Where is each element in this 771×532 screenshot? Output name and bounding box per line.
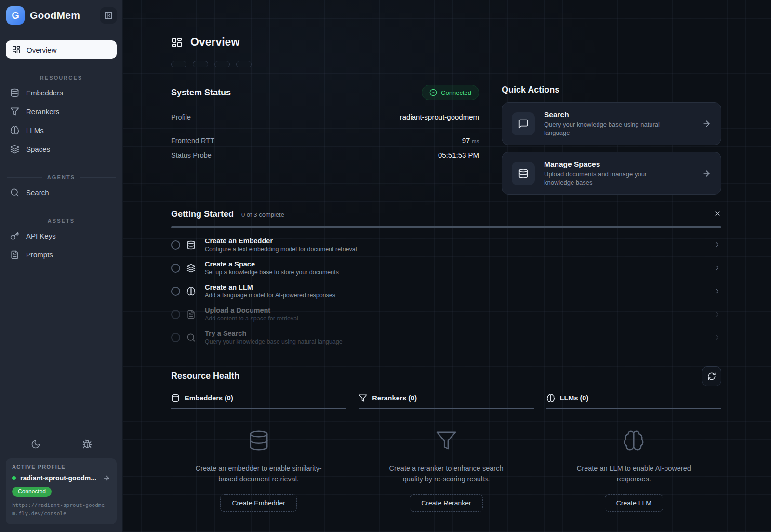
sidebar-item-search[interactable]: Search xyxy=(0,183,122,202)
arrow-right-icon[interactable] xyxy=(103,474,110,482)
anchor-resource-health[interactable] xyxy=(236,61,252,67)
page-title: Overview xyxy=(190,36,239,49)
sidebar-item-embedders[interactable]: Embedders xyxy=(0,83,122,102)
database-icon xyxy=(171,394,180,402)
section-anchors xyxy=(171,61,721,67)
close-getting-started-button[interactable] xyxy=(714,210,721,219)
app-logo: G xyxy=(6,6,25,25)
section-label-resources: RESOURCES xyxy=(0,75,122,80)
close-icon xyxy=(714,210,721,217)
section-label-agents: AGENTS xyxy=(0,174,122,180)
refresh-button[interactable] xyxy=(702,366,721,386)
getting-started-item-create-an-embedder[interactable]: Create an Embedder Configure a text embe… xyxy=(171,233,721,256)
layers-icon xyxy=(186,264,196,273)
debug-button[interactable] xyxy=(82,439,92,449)
section-label-assets: ASSETS xyxy=(0,218,122,224)
sidebar-item-api-keys[interactable]: API Keys xyxy=(0,226,122,245)
getting-started-title: Getting Started xyxy=(171,209,234,219)
resource-column-header: Rerankers (0) xyxy=(359,394,533,409)
database-icon xyxy=(248,429,270,452)
create-llm-button[interactable]: Create LLM xyxy=(605,494,663,512)
anchor-system-status[interactable] xyxy=(171,61,186,67)
layout-dashboard-icon xyxy=(171,37,183,48)
getting-started-item-upload-a-document[interactable]: Upload a Document Add content to a space… xyxy=(171,303,721,326)
active-profile-card[interactable]: ACTIVE PROFILE radiant-sprout-goodm... C… xyxy=(6,458,117,524)
chevron-right-icon xyxy=(713,333,721,342)
step-circle-icon xyxy=(171,240,180,250)
sidebar-collapse-button[interactable] xyxy=(100,7,117,24)
sidebar-item-label: LLMs xyxy=(26,126,44,134)
sidebar-item-label: Embedders xyxy=(26,89,63,97)
page-header: Overview xyxy=(171,36,721,49)
refresh-icon xyxy=(707,372,716,381)
resource-health-grid: Embedders (0) Create an embedder to enab… xyxy=(171,394,721,512)
quick-action-manage-spaces[interactable]: Manage Spaces Upload documents and manag… xyxy=(502,152,721,195)
sidebar-section-resources: RESOURCES Embedders Rerankers LLMs Space… xyxy=(0,59,122,159)
anchor-getting-started[interactable] xyxy=(214,61,230,67)
resource-column-rerankers-0: Rerankers (0) Create a reranker to enhan… xyxy=(359,394,533,512)
resource-health-header: Resource Health xyxy=(171,366,721,386)
profile-name: radiant-sprout-goodm... xyxy=(20,474,98,482)
getting-started-item-create-a-space[interactable]: Create a Space Set up a knowledge base t… xyxy=(171,256,721,279)
layers-icon xyxy=(10,145,19,154)
bug-icon xyxy=(82,439,92,449)
active-profile-row: radiant-sprout-goodm... xyxy=(12,474,110,482)
database-icon xyxy=(518,168,529,179)
status-row-status-probe: Status Probe 05:51:53 PM xyxy=(171,148,479,162)
brain-icon xyxy=(10,126,19,135)
step-circle-icon xyxy=(171,264,180,273)
file-text-icon xyxy=(186,310,196,319)
sidebar-item-prompts[interactable]: Prompts xyxy=(0,245,122,264)
resource-column-header: LLMs (0) xyxy=(546,394,721,409)
connection-status-text: Connected xyxy=(441,89,471,96)
status-row-value: radiant-sprout-goodmem xyxy=(400,113,479,121)
getting-started-item-try-a-search[interactable]: Try a Search Query your knowledge base u… xyxy=(171,326,721,349)
arrow-right-icon xyxy=(702,119,711,129)
sidebar-item-overview[interactable]: Overview xyxy=(6,40,117,59)
chevron-right-icon xyxy=(713,264,721,272)
create-reranker-button[interactable]: Create Reranker xyxy=(410,494,483,512)
database-icon xyxy=(10,88,19,97)
quick-actions-title: Quick Actions xyxy=(502,85,721,95)
search-icon xyxy=(186,333,196,342)
sidebar-item-llms[interactable]: LLMs xyxy=(0,121,122,140)
sidebar-item-label: API Keys xyxy=(26,232,56,240)
layout-dashboard-icon xyxy=(12,45,21,54)
search-icon xyxy=(10,188,19,197)
chevron-right-icon xyxy=(713,287,721,295)
chevron-right-icon xyxy=(713,240,721,249)
getting-started-section: Getting Started 0 of 3 complete Create a… xyxy=(171,209,721,349)
brain-icon xyxy=(186,287,196,296)
quick-actions-section: Quick Actions Search Query your knowledg… xyxy=(502,85,721,195)
file-text-icon xyxy=(10,250,19,259)
active-profile-label: ACTIVE PROFILE xyxy=(12,464,110,470)
sidebar-item-rerankers[interactable]: Rerankers xyxy=(0,102,122,121)
message-square-icon xyxy=(518,119,529,129)
funnel-icon xyxy=(435,429,457,452)
step-circle-icon xyxy=(171,333,180,342)
key-icon xyxy=(10,231,19,240)
anchor-quick-actions[interactable] xyxy=(193,61,208,67)
create-embedder-button[interactable]: Create Embedder xyxy=(220,494,297,512)
chevron-right-icon xyxy=(713,310,721,319)
step-circle-icon xyxy=(171,310,180,319)
status-row-profile: Profile radiant-sprout-goodmem xyxy=(171,107,479,129)
quick-action-search[interactable]: Search Query your knowledge base using n… xyxy=(502,102,721,145)
sidebar-footer: ACTIVE PROFILE radiant-sprout-goodm... C… xyxy=(0,433,122,532)
sidebar-item-label: Search xyxy=(26,188,49,197)
connected-badge: Connected xyxy=(12,487,52,497)
resource-column-header: Embedders (0) xyxy=(171,394,346,409)
status-dot xyxy=(12,476,16,480)
sidebar-item-label: Rerankers xyxy=(26,107,59,116)
resource-column-embedders-0: Embedders (0) Create an embedder to enab… xyxy=(171,394,346,512)
system-status-header: System Status Connected xyxy=(171,85,479,100)
theme-toggle-button[interactable] xyxy=(31,439,40,449)
getting-started-item-create-an-llm[interactable]: Create an LLM Add a language model for A… xyxy=(171,279,721,303)
quick-action-cards: Search Query your knowledge base using n… xyxy=(502,102,721,195)
database-icon xyxy=(186,240,196,250)
sidebar-item-spaces[interactable]: Spaces xyxy=(0,140,122,159)
panel-left-close-icon xyxy=(104,11,113,20)
step-circle-icon xyxy=(171,287,180,296)
sidebar-item-label: Spaces xyxy=(26,145,50,153)
sidebar-section-assets: ASSETS API Keys Prompts xyxy=(0,202,122,264)
